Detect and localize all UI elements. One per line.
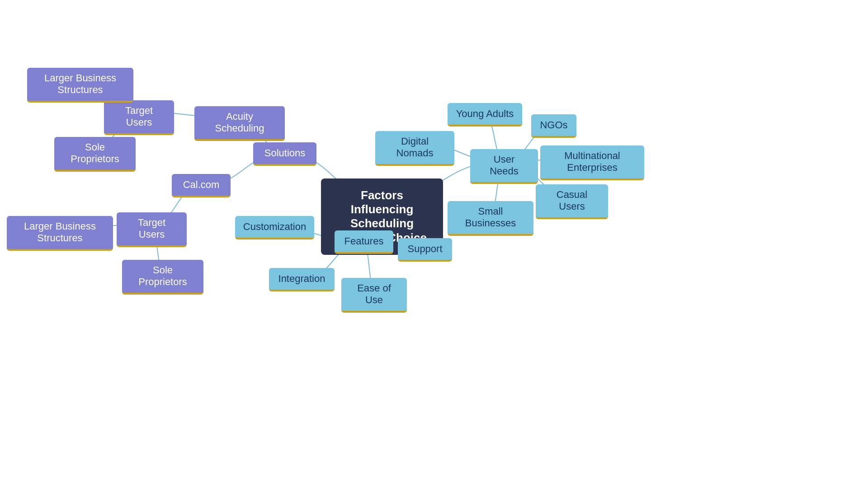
node-multinational[interactable]: Multinational Enterprises	[540, 145, 644, 180]
node-target_users_acuity[interactable]: Target Users	[104, 100, 174, 135]
node-solutions[interactable]: Solutions	[253, 142, 316, 166]
node-larger_biz_cal[interactable]: Larger Business Structures	[7, 216, 113, 251]
node-casual_users[interactable]: Casual Users	[536, 184, 608, 219]
node-small_businesses[interactable]: Small Businesses	[448, 201, 533, 236]
node-acuity[interactable]: Acuity Scheduling	[194, 106, 285, 141]
node-integration[interactable]: Integration	[269, 268, 335, 291]
node-ease_of_use[interactable]: Ease of Use	[341, 278, 407, 313]
node-target_users_cal[interactable]: Target Users	[117, 212, 187, 247]
node-user_needs[interactable]: User Needs	[470, 149, 538, 184]
node-support[interactable]: Support	[398, 238, 452, 262]
node-customization[interactable]: Customization	[235, 216, 314, 239]
node-young_adults[interactable]: Young Adults	[448, 103, 522, 127]
node-sole_prop_acuity[interactable]: Sole Proprietors	[54, 137, 136, 172]
node-larger_biz_acuity[interactable]: Larger Business Structures	[27, 68, 133, 103]
node-calcom[interactable]: Cal.com	[172, 174, 231, 197]
node-ngos[interactable]: NGOs	[531, 114, 576, 138]
node-digital_nomads[interactable]: Digital Nomads	[375, 131, 454, 166]
node-sole_prop_cal[interactable]: Sole Proprietors	[122, 260, 203, 295]
node-features[interactable]: Features	[335, 230, 393, 254]
mindmap-container: Factors Influencing Scheduling Solution …	[0, 0, 868, 488]
